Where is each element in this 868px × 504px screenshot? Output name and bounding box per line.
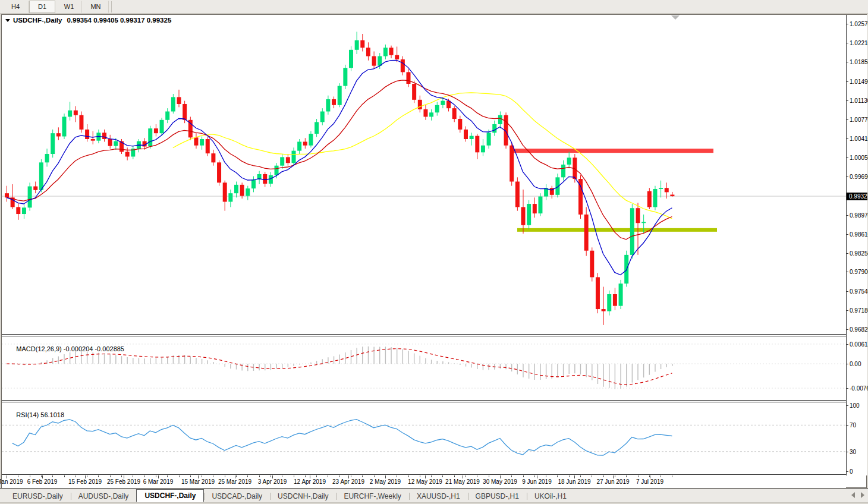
timeframe-button-w1[interactable]: W1 bbox=[56, 1, 82, 13]
time-minor-tick bbox=[489, 475, 489, 477]
time-minor-tick bbox=[626, 475, 627, 477]
time-tick-label: 18 Jun 2019 bbox=[558, 478, 590, 485]
time-tick-label: 7 Jul 2019 bbox=[636, 478, 663, 485]
chart-tab-audusd-daily[interactable]: AUDUSD-,Daily bbox=[71, 490, 137, 502]
tab-scroll-right-icon[interactable] bbox=[861, 492, 864, 498]
chart-tab-ukoil-h1[interactable]: UKOil-,H1 bbox=[527, 490, 574, 502]
price-tick-label: 0.99690 bbox=[850, 174, 868, 180]
time-minor-tick bbox=[144, 475, 145, 477]
rsi-tick-label: 0 bbox=[850, 468, 853, 475]
time-minor-tick bbox=[569, 475, 570, 477]
axis-tick-mark bbox=[847, 291, 848, 292]
price-chart-pane[interactable]: USDCHF-,Daily 0.99354 0.99405 0.99317 0.… bbox=[2, 15, 846, 334]
time-minor-tick bbox=[615, 475, 615, 477]
rsi-label: RSI(14) 56.1018 bbox=[5, 404, 64, 426]
time-minor-tick bbox=[339, 475, 340, 477]
time-tick-label: 15 Feb 2019 bbox=[68, 478, 102, 485]
time-tick-label: 3 Apr 2019 bbox=[258, 478, 287, 485]
time-minor-tick bbox=[362, 475, 363, 477]
axis-tick-mark bbox=[847, 310, 848, 311]
axis-tick-mark bbox=[847, 234, 848, 235]
time-tick-label: 25 Mar 2019 bbox=[218, 478, 251, 485]
rsi-tick-label: 30 bbox=[850, 449, 856, 455]
time-minor-tick bbox=[511, 475, 512, 477]
price-tick-label: 1.00770 bbox=[850, 116, 868, 123]
time-minor-tick bbox=[672, 475, 672, 477]
time-minor-tick bbox=[202, 475, 202, 477]
axis-tick-mark bbox=[847, 100, 848, 101]
time-tick-label: 6 Mar 2019 bbox=[143, 478, 174, 485]
time-minor-tick bbox=[110, 475, 111, 477]
axis-tick-mark bbox=[847, 452, 848, 452]
time-minor-tick bbox=[156, 475, 156, 477]
time-minor-tick bbox=[87, 475, 87, 477]
price-tick-label: 1.01490 bbox=[850, 78, 868, 85]
time-tick-label: 6 Feb 2019 bbox=[27, 478, 58, 485]
chart-tab-usdcad-daily[interactable]: USDCAD-,Daily bbox=[204, 490, 270, 502]
time-minor-tick bbox=[580, 475, 581, 477]
time-minor-tick bbox=[442, 475, 443, 477]
time-minor-tick bbox=[431, 475, 432, 477]
time-minor-tick bbox=[466, 475, 466, 477]
chart-tab-usdcnh-daily[interactable]: USDCNH-,Daily bbox=[270, 490, 336, 502]
chart-tab-eurchf-weekly[interactable]: EURCHF-,Weekly bbox=[336, 490, 408, 502]
time-minor-tick bbox=[592, 475, 592, 477]
price-tick-label: 1.00050 bbox=[850, 155, 868, 161]
axis-tick-mark bbox=[847, 158, 848, 158]
time-tick-label: 12 Apr 2019 bbox=[294, 478, 326, 485]
rsi-tick-label: 100 bbox=[850, 402, 860, 409]
time-minor-tick bbox=[41, 475, 42, 477]
chart-tab-xauusd-h1[interactable]: XAUUSD-,H1 bbox=[409, 490, 468, 502]
price-tick-label: 1.01850 bbox=[850, 59, 868, 65]
time-minor-tick bbox=[397, 475, 397, 477]
axis-tick-mark bbox=[847, 253, 848, 254]
chart-dropdown-icon[interactable] bbox=[5, 19, 10, 22]
axis-tick-mark bbox=[847, 24, 848, 24]
axis-tick-mark bbox=[847, 272, 848, 272]
price-axis[interactable]: 1.025701.022101.018501.014901.011301.007… bbox=[846, 15, 867, 475]
timeframe-button-h4[interactable]: H4 bbox=[2, 1, 29, 13]
timeframe-button-mn[interactable]: MN bbox=[83, 1, 109, 13]
time-minor-tick bbox=[534, 475, 535, 477]
axis-tick-mark bbox=[847, 215, 848, 216]
time-minor-tick bbox=[121, 475, 122, 477]
time-tick-label: 23 Apr 2019 bbox=[332, 478, 364, 485]
time-minor-tick bbox=[408, 475, 409, 477]
time-minor-tick bbox=[167, 475, 168, 477]
time-minor-tick bbox=[236, 475, 237, 477]
chart-shift-marker-icon[interactable] bbox=[671, 15, 680, 20]
rsi-tick-label: 70 bbox=[850, 422, 856, 429]
time-tick-label: 2 May 2019 bbox=[370, 478, 401, 485]
macd-label: MACD(12,26,9) -0.000204 -0.002885 bbox=[5, 338, 124, 360]
time-minor-tick bbox=[328, 475, 328, 477]
chart-tab-usdchf-daily[interactable]: USDCHF-,Daily bbox=[136, 489, 204, 502]
time-minor-tick bbox=[557, 475, 558, 477]
tab-scroll-left-icon[interactable] bbox=[851, 492, 855, 498]
price-tick-label: 1.02210 bbox=[850, 40, 868, 46]
time-tick-label: 9 Jun 2019 bbox=[522, 478, 552, 485]
time-tick-label: 21 May 2019 bbox=[445, 478, 480, 485]
time-tick-label: 12 May 2019 bbox=[408, 478, 442, 485]
macd-pane[interactable]: MACD(12,26,9) -0.000204 -0.002885 bbox=[2, 336, 846, 400]
axis-tick-mark bbox=[847, 329, 848, 330]
timeframe-button-d1[interactable]: D1 bbox=[29, 1, 55, 13]
chart-tab-bar: EURUSD-,DailyAUDUSD-,DailyUSDCHF-,DailyU… bbox=[0, 489, 868, 503]
tab-scroll-controls bbox=[851, 492, 864, 498]
axis-tick-mark bbox=[847, 388, 848, 389]
price-tick-label: 0.96820 bbox=[850, 326, 868, 333]
time-minor-tick bbox=[454, 475, 455, 477]
price-tick-label: 1.02570 bbox=[850, 21, 868, 27]
chart-title: USDCHF-,Daily 0.99354 0.99405 0.99317 0.… bbox=[5, 17, 171, 24]
chart-tab-eurusd-daily[interactable]: EURUSD-,Daily bbox=[5, 490, 71, 502]
time-axis[interactable]: 28 Jan 20196 Feb 201915 Feb 201925 Feb 2… bbox=[2, 475, 846, 488]
time-minor-tick bbox=[523, 475, 524, 477]
price-tick-label: 0.98610 bbox=[850, 231, 868, 238]
chart-tab-gbpusd-h1[interactable]: GBPUSD-,H1 bbox=[468, 490, 527, 502]
time-minor-tick bbox=[661, 475, 661, 477]
time-minor-tick bbox=[305, 475, 306, 477]
rsi-pane[interactable]: RSI(14) 56.1018 bbox=[2, 402, 846, 474]
axis-tick-mark bbox=[847, 81, 848, 82]
axis-tick-mark bbox=[847, 471, 848, 472]
chart-window: USDCHF-,Daily 0.99354 0.99405 0.99317 0.… bbox=[1, 14, 867, 488]
time-minor-tick bbox=[546, 475, 546, 477]
